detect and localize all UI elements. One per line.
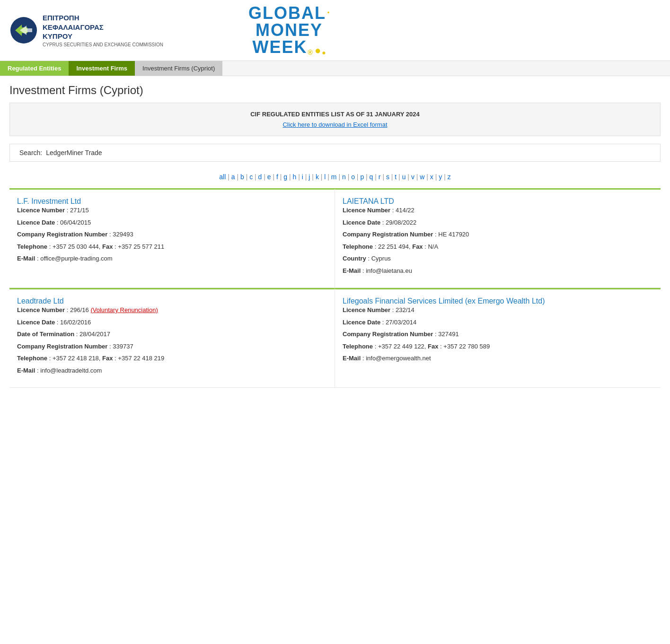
card-title-leadtrade[interactable]: Leadtrade Ltd [17,297,64,305]
gmw-money-text: MONEY [256,22,323,39]
field-company-reg: Company Registration Number : 329493 [17,230,327,239]
gmw-logo: GLOBAL . MONEY WEEK ® ● ● [248,5,330,56]
field-telephone-fax: Telephone : 22 251 494, Fax : N/A [343,242,653,252]
tab-investment-firms[interactable]: Investment Firms [69,61,135,76]
search-bar: Search: [9,144,661,162]
field-licence-number: Licence Number : 296/16 (Voluntary Renun… [17,305,327,315]
info-box-title: CIF REGULATED ENTITIES LIST AS OF 31 JAN… [18,111,652,118]
tab-investment-firms-cypriot[interactable]: Investment Firms (Cypriot) [135,61,222,76]
cards-grid: L.F. Investment Ltd Licence Number : 271… [9,188,661,388]
field-company-reg: Company Registration Number : HE 417920 [343,230,653,239]
field-telephone-fax: Telephone : +357 25 030 444, Fax : +357 … [17,242,327,252]
logo-english-subtitle: CYPRUS SECURITIES AND EXCHANGE COMMISSIO… [43,42,163,47]
field-licence-number: Licence Number : 232/14 [343,305,653,315]
info-box: CIF REGULATED ENTITIES LIST AS OF 31 JAN… [9,103,661,136]
alpha-e[interactable]: e [267,173,271,181]
field-licence-number: Licence Number : 271/15 [17,206,327,215]
card-title-lf-investment[interactable]: L.F. Investment Ltd [17,197,81,205]
field-date-termination: Date of Termination : 28/04/2017 [17,330,327,339]
card-laietana: LAIETANA LTD Licence Number : 414/22 Lic… [335,188,661,288]
download-excel-link[interactable]: Click here to download in Excel format [282,121,387,128]
gmw-logo-container: GLOBAL . MONEY WEEK ® ● ● [248,5,330,56]
field-company-reg: Company Registration Number : 327491 [343,330,653,339]
alpha-g[interactable]: g [283,173,287,181]
field-telephone-fax: Telephone : +357 22 449 122, Fax : +357 … [343,342,653,351]
alpha-o[interactable]: o [351,173,355,181]
card-leadtrade: Leadtrade Ltd Licence Number : 296/16 (V… [9,288,335,388]
card-title-laietana[interactable]: LAIETANA LTD [343,197,394,205]
field-email: E-Mail : info@emergowealth.net [343,354,653,363]
search-label: Search: [19,149,42,157]
logo-left: ΕΠΙΤΡΟΠΗ ΚΕΦΑΛΑΙΑΓΟΡΑΣ ΚΥΠΡΟΥ CYPRUS SEC… [9,13,163,47]
tab-regulated-entities[interactable]: Regulated Entities [0,61,69,76]
alpha-z[interactable]: z [448,173,451,181]
field-email: E-Mail : info@laietana.eu [343,266,653,276]
nav-tabs: Regulated Entities Investment Firms Inve… [0,61,670,76]
alphabet-filter: all | a | b | c | d | e | f | g | h | i … [0,169,670,188]
site-header: ΕΠΙΤΡΟΠΗ ΚΕΦΑΛΑΙΑΓΟΡΑΣ ΚΥΠΡΟΥ CYPRUS SEC… [0,0,670,61]
field-licence-date: Licence Date : 16/02/2016 [17,318,327,327]
gmw-week-text: WEEK [253,39,308,56]
alpha-v[interactable]: v [411,173,414,181]
cysec-logo-icon [9,16,38,44]
card-title-lifegoals[interactable]: Lifegoals Financial Services Limited (ex… [343,297,545,305]
logo-greek-title: ΕΠΙΤΡΟΠΗ ΚΕΦΑΛΑΙΑΓΟΡΑΣ ΚΥΠΡΟΥ [43,13,163,41]
page-title: Investment Firms (Cypriot) [0,76,670,103]
search-input[interactable] [46,149,651,157]
voluntary-renunciation-link[interactable]: (Voluntary Renunciation) [90,306,158,313]
alpha-all[interactable]: all [219,173,226,181]
alpha-w[interactable]: w [420,173,424,181]
alpha-a[interactable]: a [231,173,235,181]
alpha-n[interactable]: n [342,173,346,181]
alpha-s[interactable]: s [386,173,389,181]
field-country: Country : Cyprus [343,254,653,263]
field-licence-date: Licence Date : 29/08/2022 [343,218,653,227]
field-company-reg: Company Registration Number : 339737 [17,342,327,351]
cysec-logo-text: ΕΠΙΤΡΟΠΗ ΚΕΦΑΛΑΙΑΓΟΡΑΣ ΚΥΠΡΟΥ CYPRUS SEC… [43,13,163,47]
field-telephone-fax: Telephone : +357 22 418 218, Fax : +357 … [17,354,327,363]
alpha-b[interactable]: b [240,173,244,181]
field-licence-number: Licence Number : 414/22 [343,206,653,215]
gmw-global-text: GLOBAL [248,5,326,22]
field-email: E-Mail : office@purple-trading.com [17,254,327,263]
field-licence-date: Licence Date : 27/03/2014 [343,318,653,327]
field-email: E-Mail : info@leadtradeltd.com [17,366,327,375]
card-lf-investment: L.F. Investment Ltd Licence Number : 271… [9,188,335,288]
alpha-x[interactable]: x [430,173,433,181]
field-licence-date: Licence Date : 06/04/2015 [17,218,327,227]
alpha-m[interactable]: m [331,173,337,181]
card-lifegoals: Lifegoals Financial Services Limited (ex… [335,288,661,388]
alpha-k[interactable]: k [316,173,319,181]
